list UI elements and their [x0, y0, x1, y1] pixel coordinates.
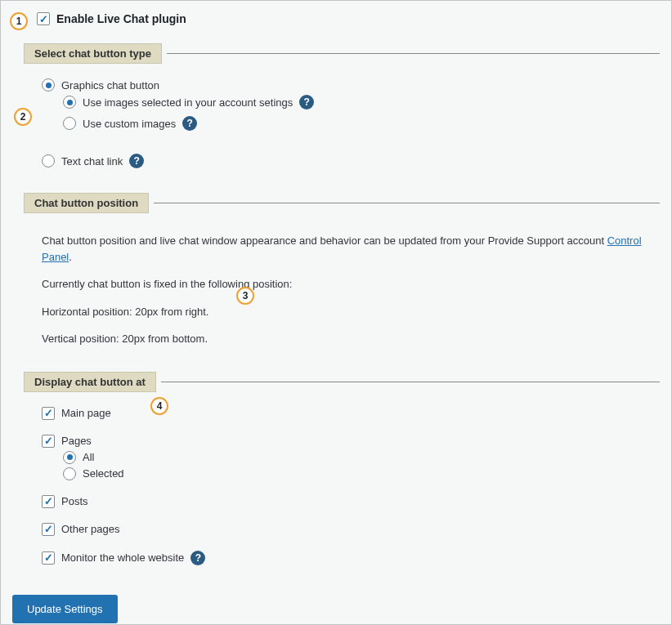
checkbox-posts[interactable] [42, 495, 55, 508]
checkbox-monitor[interactable] [42, 551, 55, 565]
fieldset-display-at: Display chat button at Main page Pages A… [24, 372, 660, 572]
checkbox-main-page[interactable] [42, 407, 55, 420]
legend-button-type: Select chat button type [24, 43, 162, 64]
label-pages-all: All [83, 451, 94, 463]
label-monitor: Monitor the whole website [61, 551, 184, 564]
position-desc-post: . [69, 251, 72, 263]
radio-text-link[interactable] [42, 154, 55, 167]
checkbox-other-pages[interactable] [42, 523, 55, 536]
radio-pages-all[interactable] [63, 451, 76, 464]
annotation-1: 1 [10, 12, 28, 30]
label-other-pages: Other pages [61, 523, 120, 535]
label-images-account: Use images selected in your account seti… [83, 96, 293, 109]
label-custom-images: Use custom images [83, 118, 176, 130]
enable-label: Enable Live Chat plugin [56, 12, 186, 25]
help-icon[interactable]: ? [182, 116, 197, 131]
help-icon[interactable]: ? [129, 154, 144, 168]
position-vert: Vertical position: 20px from bottom. [42, 331, 652, 347]
radio-images-account[interactable] [63, 96, 76, 109]
legend-rule [161, 382, 660, 382]
label-pages-selected: Selected [83, 467, 124, 480]
label-main-page: Main page [61, 407, 111, 419]
checkbox-pages[interactable] [42, 435, 55, 448]
label-graphics: Graphics chat button [61, 79, 159, 92]
label-text-link: Text chat link [61, 155, 123, 167]
position-desc-pre: Chat button position and live chat windo… [42, 234, 607, 247]
update-settings-button[interactable]: Update Settings [12, 595, 118, 623]
legend-rule [167, 53, 660, 54]
label-pages: Pages [61, 435, 92, 447]
position-desc: Chat button position and live chat windo… [42, 233, 652, 265]
radio-custom-images[interactable] [63, 117, 76, 130]
radio-pages-selected[interactable] [63, 467, 76, 480]
fieldset-button-position: Chat button position Chat button positio… [24, 193, 660, 354]
position-current: Currently chat button is fixed in the fo… [42, 276, 652, 292]
legend-rule [154, 203, 660, 203]
help-icon[interactable]: ? [190, 551, 205, 565]
legend-button-position: Chat button position [24, 193, 149, 213]
label-posts: Posts [61, 495, 88, 507]
fieldset-button-type: Select chat button type Graphics chat bu… [24, 43, 660, 175]
enable-checkbox[interactable] [37, 12, 50, 25]
help-icon[interactable]: ? [299, 95, 314, 109]
legend-display-at: Display chat button at [24, 372, 156, 392]
enable-row: Enable Live Chat plugin [37, 12, 660, 25]
settings-panel: 1 2 3 4 Enable Live Chat plugin Select c… [0, 0, 672, 625]
position-horiz: Horizontal position: 20px from right. [42, 304, 652, 320]
radio-graphics[interactable] [42, 78, 55, 92]
